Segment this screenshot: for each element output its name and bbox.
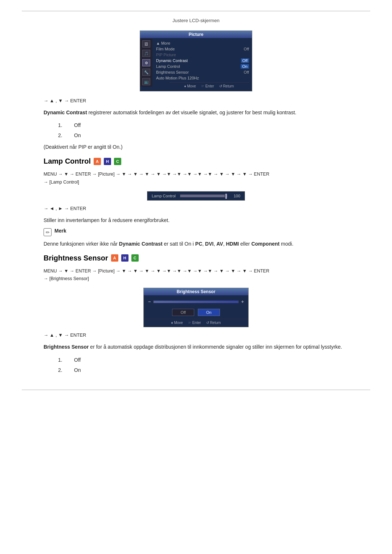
slider-fill (180, 195, 225, 197)
bs-nav-move: ♦ Move (171, 321, 183, 325)
badge-a-lamp: A (94, 158, 101, 165)
bs-slider-track (153, 300, 239, 303)
nav-instruction-1: → ▲ , ▼ → ENTER (44, 98, 370, 103)
osd-row-dyncontrast: Dynamic ContrastOff (156, 58, 249, 63)
bs-on-button[interactable]: On (198, 309, 220, 316)
dynamic-contrast-desc: Dynamic Contrast registrerer automatisk … (44, 108, 348, 116)
note-body-text: Denne funksjonen virker ikke når Dynamic… (44, 240, 348, 248)
osd-icon-1: 🖼 (142, 40, 150, 48)
slider-thumb (225, 194, 227, 199)
badge-a-bs: A (111, 254, 118, 262)
osd-nav-return: ↺ Return (219, 84, 234, 88)
osd-nav-bar: ♦ Move ☞ Enter ↺ Return (169, 82, 249, 88)
lamp-control-desc: Stiller inn inverterlampen for å reduser… (44, 216, 348, 224)
dc-option-2: 2. On (58, 130, 348, 140)
dc-options-list: 1. Off 2. On (58, 120, 348, 140)
bs-osd-box: Brightness Sensor − + Off On ♦ Move ☞ En… (143, 288, 249, 327)
bs-osd-title: Brightness Sensor (144, 288, 248, 295)
osd-nav-enter: ☞ Enter (201, 84, 214, 88)
osd-icon-2: 🎵 (142, 50, 150, 57)
bs-menu-path: MENU → ▼ → ENTER → [Picture] → ▼ → ▼ → ▼… (44, 267, 348, 283)
badge-c-lamp: C (114, 158, 121, 165)
bs-nav-instruction: → ▲ , ▼ → ENTER (44, 332, 370, 338)
osd-content: ▲ More Film ModeOff PIP Picture Dynamic … (153, 38, 252, 89)
lamp-nav-instruction: → ◄ , ► → ENTER (44, 206, 370, 211)
osd-box: Picture 🖼 🎵 ⚙ 🔧 📺 ▲ More Film ModeOff PI… (140, 30, 252, 91)
bs-options-list: 1. Off 2. On (58, 355, 348, 375)
osd-row-lampcontrol: Lamp ControlOn (156, 63, 249, 69)
note-box: ✏ Merk (44, 228, 348, 236)
slider-value: 100 (231, 194, 240, 198)
osd-nav-move: ♦ Move (184, 84, 196, 88)
osd-icon-4: 🔧 (142, 69, 150, 76)
osd-icon-3: ⚙ (142, 59, 150, 66)
bs-option-1: 1. Off (58, 355, 348, 365)
dc-option-1: 1. Off (58, 120, 348, 130)
note-label: Merk (54, 228, 66, 234)
bottom-rule (22, 390, 370, 390)
brightness-sensor-heading: Brightness Sensor A H C (44, 254, 348, 262)
top-rule (22, 11, 370, 11)
dc-paren-note: (Deaktivert når PIP er angitt til On.) (44, 144, 348, 150)
osd-row-filmmode: Film ModeOff (156, 46, 249, 52)
bs-option-2: 2. On (58, 365, 348, 375)
slider-label: Lamp Control (152, 194, 176, 198)
note-icon: ✏ (44, 228, 52, 236)
page-header: Justere LCD-skjermen (22, 18, 370, 23)
osd-row-brightness: Brightness SensorOff (156, 69, 249, 75)
bs-desc: Brightness Sensor er for å automatisk op… (44, 343, 348, 351)
bs-nav-row: ♦ Move ☞ Enter ↺ Return (144, 319, 248, 325)
page-container: Justere LCD-skjermen Picture 🖼 🎵 ⚙ 🔧 📺 ▲… (0, 0, 392, 554)
bs-plus-icon: + (241, 299, 244, 304)
badge-c-bs: C (131, 254, 139, 262)
badge-h-bs: H (121, 254, 128, 262)
bs-off-button[interactable]: Off (172, 309, 194, 316)
bs-nav-return: ↺ Return (206, 321, 221, 325)
bs-buttons-row: Off On (144, 309, 248, 317)
bs-slider-row: − + (144, 295, 248, 307)
lamp-control-menu-path: MENU → ▼ → ENTER → [Picture] → ▼ → ▼ → ▼… (44, 171, 348, 186)
osd-icon-5: 📺 (142, 78, 150, 85)
lamp-control-heading: Lamp Control A H C (44, 157, 348, 165)
osd-screenshot-container: Picture 🖼 🎵 ⚙ 🔧 📺 ▲ More Film ModeOff PI… (22, 30, 370, 91)
osd-row-pip: PIP Picture (156, 52, 249, 58)
osd-row-more: ▲ More (156, 40, 249, 46)
bs-minus-icon: − (148, 299, 151, 304)
lamp-control-slider-container: Lamp Control 100 (22, 191, 370, 201)
badge-h-lamp: H (104, 158, 111, 165)
osd-sidebar: 🖼 🎵 ⚙ 🔧 📺 (140, 39, 152, 87)
osd-title-bar: Picture (140, 31, 252, 38)
bs-nav-enter: ☞ Enter (188, 321, 201, 325)
osd-row-automotion: Auto Motion Plus 120Hz (156, 75, 249, 81)
lamp-control-slider-box: Lamp Control 100 (147, 191, 245, 201)
bs-osd-container: Brightness Sensor − + Off On ♦ Move ☞ En… (22, 288, 370, 327)
slider-track (180, 194, 227, 197)
